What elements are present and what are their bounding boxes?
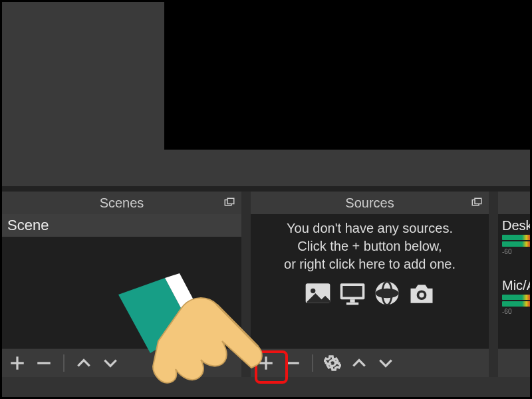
- panel-divider: [2, 186, 530, 192]
- panel-row: Scenes Scene: [2, 192, 530, 377]
- chevron-down-icon: [102, 354, 119, 372]
- globe-icon: [372, 279, 402, 308]
- chevron-down-icon: [377, 354, 394, 372]
- mixer-label: Deskt: [502, 218, 532, 233]
- chevron-up-icon: [350, 354, 368, 372]
- sources-dock-button[interactable]: [469, 195, 485, 211]
- svg-rect-12: [346, 303, 358, 305]
- minus-icon: [284, 354, 301, 372]
- audio-mixer-panel: Deskt -60 Mic/A -60: [498, 192, 532, 377]
- audio-meter: [502, 235, 532, 240]
- svg-point-18: [419, 293, 424, 297]
- scenes-move-up-button[interactable]: [75, 354, 92, 372]
- scenes-list[interactable]: Scene: [2, 214, 241, 348]
- sources-empty-line1: You don't have any sources.: [255, 219, 485, 237]
- sources-properties-button[interactable]: [324, 354, 341, 372]
- dock-icon: [223, 197, 235, 209]
- preview-area: [2, 2, 530, 186]
- svg-rect-11: [350, 299, 354, 303]
- sources-title: Sources: [345, 196, 394, 211]
- scenes-remove-button[interactable]: [35, 354, 53, 372]
- image-icon: [303, 279, 332, 308]
- toolbar-separator: [312, 354, 313, 372]
- sources-panel: Sources You don't have any sources. Clic…: [251, 192, 489, 377]
- sources-toolbar: [251, 348, 489, 377]
- sources-move-up-button[interactable]: [350, 354, 368, 372]
- meter-scale: -60: [502, 308, 532, 315]
- svg-point-8: [311, 289, 315, 293]
- sources-add-button[interactable]: [257, 354, 275, 372]
- meter-scale: -60: [502, 248, 532, 255]
- audio-meter: [502, 295, 532, 300]
- audio-meter: [502, 301, 532, 307]
- mixer-toolbar: [498, 348, 532, 377]
- sources-remove-button[interactable]: [284, 354, 301, 372]
- svg-rect-1: [227, 198, 234, 203]
- monitor-icon: [338, 279, 367, 308]
- mixer-header: [498, 192, 532, 214]
- sources-empty-line3: or right click here to add one.: [255, 255, 485, 273]
- mixer-label: Mic/A: [502, 278, 532, 293]
- scene-item[interactable]: Scene: [2, 214, 241, 237]
- app-window: Scenes Scene: [0, 0, 532, 399]
- minus-icon: [35, 354, 53, 372]
- scenes-move-down-button[interactable]: [102, 354, 119, 372]
- scenes-dock-button[interactable]: [221, 195, 237, 211]
- preview-canvas[interactable]: [164, 2, 530, 150]
- sources-type-icons: [255, 279, 485, 308]
- audio-meter: [502, 241, 532, 247]
- sources-empty-line2: Click the + button below,: [255, 237, 485, 255]
- sources-empty-state: You don't have any sources. Click the + …: [251, 214, 489, 308]
- chevron-up-icon: [75, 354, 92, 372]
- sources-header: Sources: [251, 192, 489, 214]
- status-bar: [2, 377, 530, 397]
- mixer-item-mic[interactable]: Mic/A -60: [498, 274, 532, 317]
- scenes-panel: Scenes Scene: [2, 192, 241, 377]
- plus-icon: [257, 354, 275, 372]
- toolbar-separator: [63, 354, 65, 372]
- sources-move-down-button[interactable]: [377, 354, 394, 372]
- mixer-item-desktop[interactable]: Deskt -60: [498, 214, 532, 257]
- plus-icon: [9, 354, 26, 372]
- dock-icon: [471, 197, 483, 209]
- scenes-add-button[interactable]: [9, 354, 26, 372]
- camera-icon: [407, 279, 436, 308]
- svg-rect-10: [342, 286, 362, 297]
- sources-list[interactable]: You don't have any sources. Click the + …: [251, 214, 489, 348]
- mixer-body: Deskt -60 Mic/A -60: [498, 214, 532, 348]
- scenes-title: Scenes: [100, 196, 144, 211]
- scenes-header: Scenes: [2, 192, 241, 214]
- svg-rect-6: [475, 198, 481, 203]
- gear-icon: [324, 354, 341, 372]
- scenes-toolbar: [2, 348, 241, 377]
